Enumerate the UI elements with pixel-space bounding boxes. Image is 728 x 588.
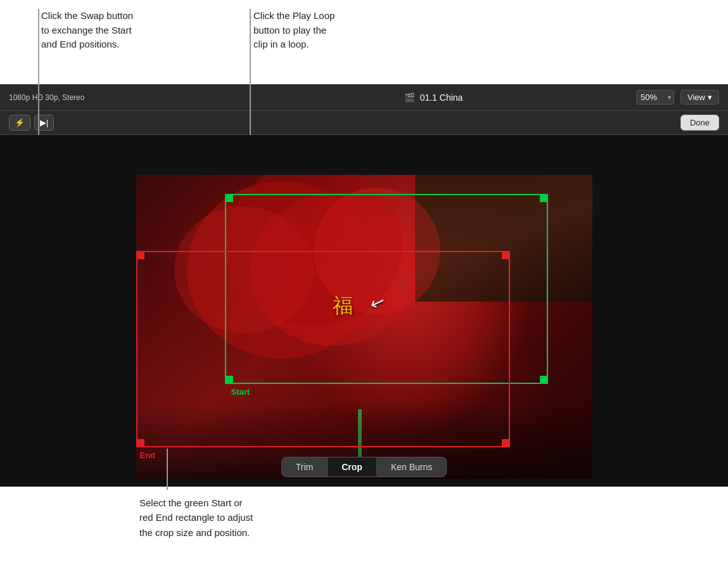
- end-corner-br[interactable]: [502, 439, 509, 447]
- end-label: End: [140, 451, 156, 460]
- top-toolbar: 1080p HD 30p, Stereo 🎬 01.1 China 10% 25…: [0, 84, 728, 111]
- clip-icon: 🎬: [404, 93, 415, 103]
- done-button[interactable]: Done: [680, 115, 719, 131]
- bottom-callout-text: Select the green Start orred End rectang…: [139, 495, 253, 540]
- end-corner-tr[interactable]: [502, 252, 509, 259]
- video-frame: 福 Start End ↙: [136, 175, 592, 479]
- callout-left-line: [38, 72, 39, 135]
- crosshair-cursor: [396, 279, 409, 292]
- segment-buttons: Trim Crop Ken Burns: [281, 457, 447, 477]
- bottom-callout-line: [167, 449, 168, 490]
- trim-segment-button[interactable]: Trim: [282, 457, 327, 476]
- callout-right-line: [250, 72, 251, 135]
- end-corner-bl[interactable]: [137, 439, 144, 447]
- end-rectangle[interactable]: End: [136, 251, 510, 447]
- start-corner-tl[interactable]: [226, 195, 233, 202]
- swap-button[interactable]: ⚡: [9, 115, 30, 131]
- view-button[interactable]: View ▾: [680, 90, 719, 105]
- zoom-wrapper[interactable]: 10% 25% 50% 75% 100% Fit ▾: [636, 90, 674, 105]
- play-loop-button[interactable]: ▶|: [34, 115, 54, 131]
- callout-left-border: [38, 9, 39, 72]
- bottom-callout: Select the green Start orred End rectang…: [0, 487, 728, 588]
- callout-top-right: Click the Play Loopbutton to play thecli…: [253, 9, 431, 52]
- end-corner-tl[interactable]: [137, 252, 144, 259]
- zoom-select[interactable]: 10% 25% 50% 75% 100% Fit: [636, 90, 674, 105]
- clip-info: 1080p HD 30p, Stereo: [9, 93, 136, 102]
- play-loop-icon: ▶|: [40, 118, 48, 127]
- swap-icon: ⚡: [15, 118, 25, 127]
- clip-name: 01.1 China: [420, 93, 463, 103]
- start-corner-tr[interactable]: [540, 195, 547, 202]
- start-corner-br[interactable]: [540, 376, 547, 383]
- view-chevron-icon: ▾: [708, 93, 712, 102]
- crop-segment-button[interactable]: Crop: [328, 457, 376, 476]
- second-toolbar: ⚡ ▶| Done: [0, 111, 728, 135]
- callout-right-border: [250, 9, 251, 72]
- ken-burns-segment-button[interactable]: Ken Burns: [377, 457, 446, 476]
- callout-top-left: Click the Swap buttonto exchange the Sta…: [41, 9, 219, 52]
